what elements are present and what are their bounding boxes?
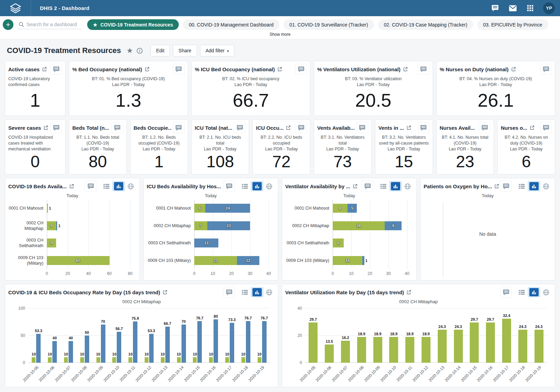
open-in-app-icon[interactable] (163, 290, 167, 295)
interpretations-button[interactable] (540, 122, 552, 133)
view-switcher (377, 181, 413, 191)
category-label: 0003 CH Setthathirath (147, 240, 194, 246)
search-input[interactable] (27, 22, 78, 27)
dashboard-chip[interactable]: 02. COVID-19 Case Mapping (Tracker) (378, 19, 473, 30)
user-avatar[interactable]: YP (543, 2, 555, 14)
x-axis-tick: 2020-10-09 (86, 365, 104, 382)
chart-view-tab[interactable] (251, 181, 263, 191)
interpretations-button[interactable] (50, 122, 62, 133)
table-view-tab[interactable] (239, 182, 251, 191)
interpretations-button[interactable] (112, 122, 123, 133)
bar-group: 1053.3 (145, 308, 154, 363)
horizontal-bar-chart: 0204060800001 CH Mahosot10002 CH Mittaph… (8, 199, 136, 278)
dashboard-chip[interactable]: ★COVID-19 Treatment Resources (87, 19, 179, 30)
messages-icon[interactable] (508, 4, 517, 13)
bar-group: 1066.7 (161, 308, 170, 363)
open-in-app-icon[interactable] (403, 67, 408, 72)
map-view-tab[interactable] (402, 182, 413, 191)
x-axis: 020406080 (47, 271, 130, 278)
bar-value-label: 18.9 (422, 332, 429, 336)
map-view-tab[interactable] (540, 182, 552, 191)
x-axis-tick: 2020-10-13 (151, 365, 168, 382)
interpretations-button[interactable] (356, 122, 368, 133)
interpretations-button[interactable] (173, 64, 185, 75)
value-card: Active casesCOVID-19 Laboratory confirme… (5, 61, 65, 116)
table-view-tab[interactable] (101, 182, 112, 191)
interpretations-button[interactable] (234, 122, 246, 133)
open-in-app-icon[interactable] (42, 67, 47, 72)
open-in-app-icon[interactable] (145, 67, 149, 72)
map-view-tab[interactable] (540, 288, 552, 297)
open-in-app-icon[interactable] (286, 125, 291, 130)
bar-segment: 1 (56, 221, 57, 230)
card-title: % Bed Occupancy (national) (72, 66, 149, 72)
open-in-app-icon[interactable] (277, 67, 282, 72)
interpretations-button[interactable] (223, 181, 235, 192)
table-view-tab[interactable] (239, 288, 251, 297)
bar: 50 (85, 336, 89, 363)
x-axis-tick: 10 (210, 271, 215, 276)
apps-menu-icon[interactable] (527, 4, 534, 12)
chart-view-tab[interactable] (528, 287, 540, 297)
map-view-tab[interactable] (263, 288, 275, 297)
category-label: 0002 CH Mittaphap (285, 223, 333, 229)
open-in-app-icon[interactable] (511, 67, 516, 72)
open-in-app-icon[interactable] (494, 184, 499, 189)
dashboard-chip[interactable]: 03. EPICURVE by Province (477, 19, 548, 30)
chart-view-tab[interactable] (389, 181, 402, 191)
chart-view-tab[interactable] (528, 181, 540, 191)
favorite-star-icon[interactable]: ★ (126, 46, 133, 55)
chat-icon (226, 183, 233, 190)
add-filter-button[interactable]: Add filter▾ (200, 45, 235, 56)
share-button[interactable]: Share (173, 45, 197, 56)
open-in-app-icon[interactable] (69, 184, 74, 189)
open-in-app-icon[interactable] (353, 184, 357, 189)
dhis2-logo[interactable] (0, 0, 31, 16)
interpretations-button[interactable] (295, 64, 307, 75)
interpretations-button[interactable] (418, 122, 429, 133)
interpretations-button[interactable] (362, 181, 373, 192)
interpretations-button[interactable] (418, 64, 429, 75)
chart-category-row: 0001 CH Mahosot85 (285, 200, 407, 217)
card-subtitle: BT: 2.1. No. ICU beds totalLao PDR - Tod… (195, 135, 246, 152)
interpretations-button[interactable] (295, 122, 307, 133)
bar-group: 1070 (177, 308, 186, 363)
edit-button[interactable]: Edit (151, 45, 170, 56)
dashboard-chip[interactable]: 01. COVID-19 Surveillance (Tracker) (283, 19, 374, 30)
interpretations-button[interactable] (500, 287, 512, 298)
table-view-tab[interactable] (377, 182, 389, 191)
x-axis-tick: 2020-10-15 (460, 365, 477, 382)
open-in-app-icon[interactable] (406, 125, 411, 130)
interpretations-button[interactable] (500, 181, 512, 192)
bar-value-label: 10 (128, 352, 133, 356)
interpretations-icon[interactable] (491, 4, 499, 12)
table-view-tab[interactable] (516, 182, 528, 191)
chart-view-tab[interactable] (251, 287, 263, 297)
table-view-tab[interactable] (516, 288, 528, 297)
chat-icon (175, 124, 182, 131)
card-value: 108 (195, 152, 246, 171)
table-icon (241, 289, 249, 296)
open-in-app-icon[interactable] (43, 125, 48, 130)
info-icon[interactable] (136, 47, 143, 54)
card-value: 1.3 (72, 89, 185, 111)
open-in-app-icon[interactable] (406, 290, 411, 295)
chart-view-tab[interactable] (112, 181, 125, 191)
interpretations-button[interactable] (540, 64, 552, 75)
interpretations-button[interactable] (85, 181, 96, 192)
chart-card: Patients on Oxygen by Ho...TodayNo data (420, 178, 555, 280)
bar-value-label: 10 (64, 352, 68, 356)
dashboard-search[interactable] (18, 20, 82, 29)
bar-value-label: 9 (51, 241, 53, 245)
bar-group: 1080 (209, 308, 218, 363)
interpretations-button[interactable] (479, 122, 490, 133)
map-view-tab[interactable] (125, 182, 136, 191)
interpretations-button[interactable] (173, 122, 185, 133)
dashboard-chip[interactable]: 00. COVID-19 Management Dashboard (183, 19, 279, 30)
new-dashboard-button[interactable]: + (3, 19, 13, 30)
map-view-tab[interactable] (263, 182, 275, 191)
interpretations-button[interactable] (50, 64, 62, 75)
open-in-app-icon[interactable] (530, 125, 535, 130)
interpretations-button[interactable] (223, 287, 235, 298)
bar-value-label: 16 (345, 258, 350, 263)
